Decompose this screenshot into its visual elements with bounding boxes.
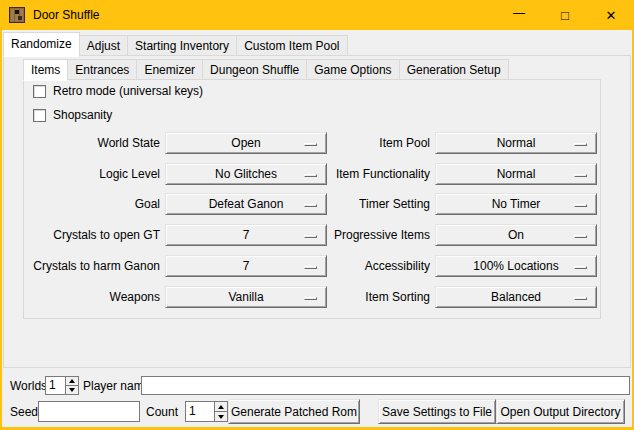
maximize-icon: □ bbox=[561, 8, 569, 23]
item-sorting-label: Item Sorting bbox=[292, 286, 430, 308]
sub-tab-bar: Items Entrances Enemizer Dungeon Shuffle… bbox=[23, 58, 508, 80]
dropdown-indicator-icon bbox=[574, 174, 587, 177]
dropdown-indicator-icon bbox=[574, 235, 587, 238]
tab-items[interactable]: Items bbox=[23, 59, 68, 81]
window-title: Door Shuffle bbox=[33, 8, 100, 22]
progressive-items-dropdown[interactable]: On bbox=[435, 224, 597, 246]
count-value: 1 bbox=[186, 402, 214, 421]
tab-custom-item-pool[interactable]: Custom Item Pool bbox=[236, 35, 347, 56]
progressive-items-label: Progressive Items bbox=[292, 224, 430, 246]
seed-input[interactable] bbox=[38, 401, 140, 422]
minimize-icon: — bbox=[513, 6, 525, 20]
timer-setting-label: Timer Setting bbox=[292, 193, 430, 215]
shopsanity-checkbox[interactable] bbox=[33, 109, 46, 122]
dropdown-indicator-icon bbox=[574, 143, 587, 146]
retro-mode-label: Retro mode (universal keys) bbox=[53, 84, 203, 98]
close-button[interactable]: ✕ bbox=[588, 0, 634, 30]
count-label: Count bbox=[146, 403, 178, 421]
item-functionality-label: Item Functionality bbox=[292, 163, 430, 185]
worlds-value: 1 bbox=[46, 377, 65, 394]
logic-level-label: Logic Level bbox=[22, 163, 160, 185]
shopsanity-row: Shopsanity bbox=[33, 108, 112, 122]
timer-setting-dropdown[interactable]: No Timer bbox=[435, 193, 597, 215]
count-spinner-up-icon[interactable] bbox=[215, 402, 227, 411]
tab-randomize[interactable]: Randomize bbox=[3, 32, 80, 57]
world-state-label: World State bbox=[22, 132, 160, 154]
tab-starting-inventory[interactable]: Starting Inventory bbox=[127, 35, 237, 56]
item-functionality-dropdown[interactable]: Normal bbox=[435, 163, 597, 185]
save-settings-button[interactable]: Save Settings to File bbox=[378, 399, 496, 424]
retro-mode-checkbox[interactable] bbox=[33, 85, 46, 98]
accessibility-label: Accessibility bbox=[292, 255, 430, 277]
maximize-button[interactable]: □ bbox=[542, 0, 588, 30]
item-pool-dropdown[interactable]: Normal bbox=[435, 132, 597, 154]
count-spinner-down-icon[interactable] bbox=[215, 411, 227, 421]
crystals-gt-label: Crystals to open GT bbox=[22, 224, 160, 246]
title-bar: Door Shuffle — □ ✕ bbox=[0, 0, 634, 30]
count-spinbox[interactable]: 1 bbox=[185, 401, 228, 422]
tab-game-options[interactable]: Game Options bbox=[306, 59, 399, 80]
retro-mode-row: Retro mode (universal keys) bbox=[33, 84, 203, 98]
generate-patched-rom-button[interactable]: Generate Patched Rom bbox=[228, 399, 360, 424]
tab-dungeon-shuffle[interactable]: Dungeon Shuffle bbox=[202, 59, 307, 80]
worlds-spinner-down-icon[interactable] bbox=[66, 385, 78, 394]
item-sorting-dropdown[interactable]: Balanced bbox=[435, 286, 597, 308]
worlds-label: Worlds bbox=[10, 377, 47, 395]
item-pool-label: Item Pool bbox=[292, 132, 430, 154]
dropdown-indicator-icon bbox=[574, 297, 587, 300]
worlds-spinner-up-icon[interactable] bbox=[66, 377, 78, 385]
door-icon bbox=[9, 7, 25, 23]
minimize-button[interactable]: — bbox=[496, 0, 542, 30]
tab-entrances[interactable]: Entrances bbox=[67, 59, 137, 80]
weapons-label: Weapons bbox=[22, 286, 160, 308]
worlds-spinbox[interactable]: 1 bbox=[45, 376, 79, 395]
tab-generation-setup[interactable]: Generation Setup bbox=[399, 59, 509, 80]
client-area: Randomize Adjust Starting Inventory Cust… bbox=[2, 30, 632, 427]
player-names-input[interactable] bbox=[141, 376, 630, 395]
goal-label: Goal bbox=[22, 193, 160, 215]
dropdown-indicator-icon bbox=[574, 204, 587, 207]
tab-adjust[interactable]: Adjust bbox=[79, 35, 128, 56]
crystals-ganon-label: Crystals to harm Ganon bbox=[22, 255, 160, 277]
dropdown-indicator-icon bbox=[574, 266, 587, 269]
tab-enemizer[interactable]: Enemizer bbox=[136, 59, 203, 80]
shopsanity-label: Shopsanity bbox=[53, 108, 112, 122]
accessibility-dropdown[interactable]: 100% Locations bbox=[435, 255, 597, 277]
open-output-directory-button[interactable]: Open Output Directory bbox=[496, 399, 625, 424]
close-icon: ✕ bbox=[606, 8, 617, 23]
main-tab-bar: Randomize Adjust Starting Inventory Cust… bbox=[3, 31, 347, 56]
window-controls: — □ ✕ bbox=[496, 0, 634, 30]
